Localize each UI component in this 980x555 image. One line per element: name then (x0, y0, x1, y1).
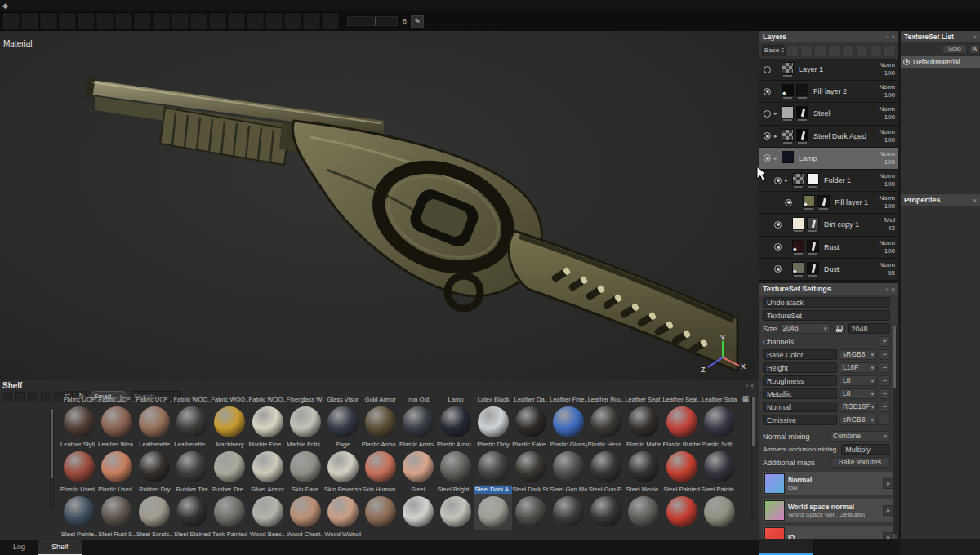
material-item[interactable]: Glass Visor (324, 395, 362, 440)
layer-blend-opacity[interactable]: Norm100 (879, 150, 898, 166)
layer-blend-opacity[interactable]: Norm100 (879, 239, 898, 255)
layer-row[interactable]: ▸ ◆ Dirt copy 1 Mul42 (760, 214, 898, 236)
remove-channel-button[interactable]: − (880, 375, 890, 386)
additional-map-card[interactable]: Normal фы × (762, 471, 896, 496)
layer-expand-icon[interactable]: ▸ (774, 155, 782, 162)
ao-mixing-field[interactable]: Multiply (841, 444, 890, 455)
remove-channel-button[interactable]: − (880, 388, 890, 399)
layer-visibility-icon[interactable] (774, 177, 782, 184)
channel-format-dropdown[interactable]: L16F▾ (840, 362, 877, 373)
material-item[interactable]: Plastic Dirty (474, 440, 512, 485)
channel-name[interactable]: Height (763, 362, 837, 373)
channel-name[interactable]: Metallic (763, 388, 837, 399)
material-item[interactable]: Steel Dark A.. (474, 485, 512, 530)
layer-visibility-icon[interactable] (764, 132, 771, 140)
additional-map-card[interactable]: World space normal World Space Nor.. Def… (762, 498, 896, 523)
layer-row[interactable]: ▸ ◆ Fill layer 1 Norm100 (760, 192, 898, 214)
panel-close-icon[interactable]: × (973, 197, 977, 204)
layer-row[interactable]: ▸ Folder 1 Norm100 (760, 170, 898, 192)
shelf-import-icon[interactable] (15, 392, 25, 402)
layer-visibility-icon[interactable] (764, 110, 771, 118)
undo-stack-button[interactable]: Undo stack (763, 297, 890, 308)
layer-visibility-icon[interactable] (764, 154, 771, 162)
channel-name[interactable]: Roughness (763, 375, 837, 386)
material-item[interactable]: Fabric WOO.. (173, 395, 211, 440)
material-item[interactable]: Steel Rust S.. (98, 530, 136, 540)
grid-scrollbar[interactable] (751, 397, 755, 519)
layer-visibility-icon[interactable] (764, 66, 771, 73)
channel-name[interactable]: Emissive (763, 415, 837, 425)
channel-format-dropdown[interactable]: L8▾ (840, 375, 877, 386)
add-fill-layer-icon[interactable] (828, 45, 840, 56)
material-item[interactable]: Rubber Tire .. (211, 485, 248, 530)
material-item[interactable]: Tank Painted (211, 530, 248, 540)
material-item[interactable]: Steel Painte.. (701, 485, 738, 530)
clone-stamp-tool-icon[interactable] (134, 13, 151, 29)
layer-expand-icon[interactable]: ▸ (785, 177, 792, 184)
material-item[interactable]: Leather Fine.. (550, 395, 587, 440)
material-item[interactable]: Leather Styli.. (60, 440, 98, 485)
layer-row[interactable]: ▸ ◆ Fill layer 2 Norm100 (760, 81, 898, 103)
material-item[interactable]: Plastic Fake .. (512, 440, 550, 485)
add-mask-icon[interactable] (786, 45, 799, 56)
eraser-tool-icon[interactable] (59, 13, 76, 29)
layer-blend-opacity[interactable]: Norm100 (879, 128, 898, 144)
material-item[interactable]: Machinery (211, 440, 248, 485)
remove-channel-button[interactable]: − (880, 415, 890, 425)
material-item[interactable]: Steel (399, 485, 437, 530)
layer-row[interactable]: ▸ ◆ Rust Norm100 (760, 237, 898, 259)
material-item[interactable]: Leather Wea.. (98, 440, 136, 485)
material-item[interactable]: Fabric UCP .. (98, 395, 136, 440)
channel-format-dropdown[interactable]: RGB16F▾ (840, 402, 877, 412)
layer-blend-opacity[interactable]: Norm100 (879, 105, 898, 122)
material-item[interactable]: Steel Bright .. (437, 485, 474, 530)
material-item[interactable]: Lamp (437, 395, 474, 440)
material-item[interactable]: Steel Medie.. (625, 485, 662, 530)
layer-visibility-icon[interactable] (774, 221, 782, 229)
layer-row[interactable]: ▸ Lamp Norm100 (760, 148, 898, 170)
brush-size-slider[interactable] (347, 16, 398, 26)
material-item[interactable]: Plastic Glossy (550, 440, 587, 485)
dock-tab[interactable] (813, 539, 855, 555)
remove-channel-button[interactable]: − (880, 362, 890, 373)
material-item[interactable]: Wood Walnut (324, 530, 362, 540)
material-item[interactable]: Plastic Armo.. (437, 440, 474, 485)
material-item[interactable]: Iron Old (399, 395, 437, 440)
add-smart-material-icon[interactable] (842, 45, 854, 56)
material-item[interactable]: Leather Seat.. (663, 395, 701, 440)
layer-blend-opacity[interactable]: Norm100 (879, 194, 898, 211)
channel-name[interactable]: Base Color (763, 349, 837, 360)
material-item[interactable]: Plastic Rubber (663, 440, 701, 485)
edit-value-icon[interactable]: ✎ (411, 15, 424, 28)
material-item[interactable]: Marble Fine .. (248, 440, 286, 485)
material-item[interactable]: Plastic Armo.. (362, 440, 399, 485)
channel-format-dropdown[interactable]: sRGB8▾ (840, 415, 877, 425)
size-dropdown[interactable]: 2048▾ (780, 323, 831, 334)
delete-layer-icon[interactable] (884, 45, 896, 56)
material-item[interactable]: Leather Seat.. (625, 395, 662, 440)
normal-mixing-dropdown[interactable]: Combine▾ (830, 431, 890, 442)
material-item[interactable]: Plastic Matte (625, 440, 662, 485)
add-folder-icon[interactable] (800, 45, 813, 56)
material-item[interactable]: Plastic Hexa.. (587, 440, 625, 485)
material-item[interactable]: Steel Gun Mat (550, 485, 587, 530)
layer-expand-icon[interactable]: ▸ (774, 133, 782, 140)
shelf-shortcut-icon[interactable] (21, 13, 38, 29)
add-paint-layer-icon[interactable] (814, 45, 826, 56)
material-item[interactable]: Wood Chest.. (287, 530, 324, 540)
layer-row[interactable]: ▸ ◆ Dust Norm55 (760, 259, 898, 281)
material-item[interactable]: Plastic Used.. (98, 485, 136, 530)
add-group-icon[interactable] (870, 45, 882, 56)
material-item[interactable]: Skin Human.. (362, 485, 399, 530)
grid-view-icon[interactable]: ▦ (742, 394, 749, 402)
layer-expand-icon[interactable]: ▸ (774, 110, 782, 117)
paint-tool-icon[interactable] (40, 13, 57, 29)
layer-visibility-icon[interactable] (774, 243, 782, 251)
material-item[interactable]: Silver Armor (248, 485, 286, 530)
tab-log[interactable]: Log (0, 540, 38, 555)
smudge-tool-icon[interactable] (172, 13, 189, 29)
layer-blend-opacity[interactable]: Mul42 (884, 216, 898, 233)
material-item[interactable]: Marble Polis.. (287, 440, 324, 485)
material-item[interactable]: Fabric UCP (60, 395, 98, 440)
material-item[interactable]: Steel Scratc.. (136, 530, 173, 540)
